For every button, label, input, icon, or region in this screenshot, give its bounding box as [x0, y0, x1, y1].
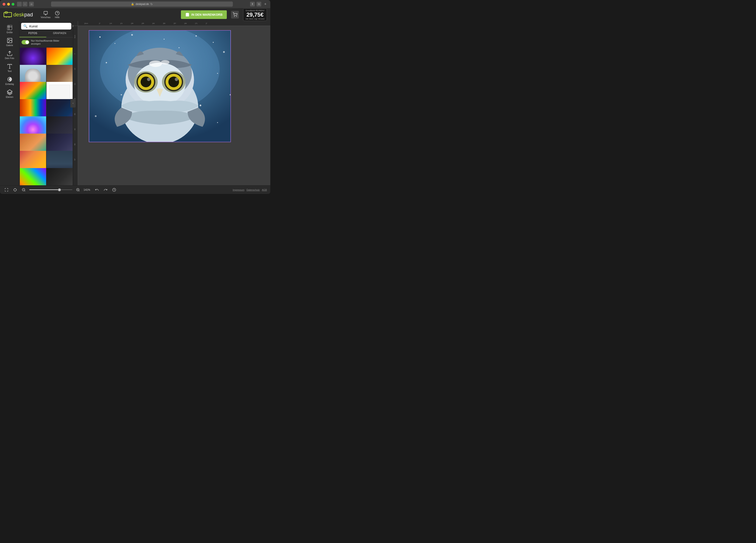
svg-point-69: [147, 78, 150, 81]
crosshair-button[interactable]: [12, 187, 18, 193]
svg-point-75: [161, 60, 170, 64]
svg-text:|28: |28: [131, 23, 133, 25]
url-text: deskpad.de: [135, 3, 149, 6]
svg-rect-5: [44, 11, 47, 14]
svg-point-76: [14, 188, 16, 191]
add-to-cart-button[interactable]: IN DEN WARENKORB: [181, 10, 227, 19]
back-button[interactable]: ‹: [17, 2, 22, 6]
search-panel: 🔍 ✕ FOTOS GRAFIKEN Nur Hochauflösende Bi…: [19, 21, 73, 185]
svg-text:7: 7: [74, 53, 76, 54]
sidebar-icons: Größe Galerie Dein Foto Text: [0, 21, 19, 185]
forward-button[interactable]: ›: [23, 2, 27, 6]
sidebar-item-galerie[interactable]: Galerie: [0, 36, 19, 48]
logo-text: deskpad: [13, 12, 33, 18]
svg-point-74: [149, 61, 162, 67]
zoom-thumb[interactable]: [58, 188, 61, 191]
history-button[interactable]: [111, 187, 117, 193]
svg-point-53: [121, 94, 122, 95]
search-icon: 🔍: [23, 24, 28, 28]
gallery-icon: [7, 37, 13, 43]
svg-point-48: [196, 35, 197, 37]
search-input[interactable]: [29, 24, 70, 28]
nav-help[interactable]: Hilfe: [55, 11, 60, 19]
fit-screen-button[interactable]: [3, 187, 9, 193]
sidebar-item-groesse[interactable]: Größe: [0, 23, 19, 35]
undo-button[interactable]: [94, 187, 100, 193]
svg-point-58: [95, 115, 96, 117]
svg-text:|71: |71: [195, 23, 198, 25]
svg-rect-10: [7, 25, 12, 30]
ruler-top: |0cm |7 |14 |21 |28 |35 |42 |50 |57 |64 …: [78, 21, 270, 26]
svg-text:|64: |64: [184, 23, 187, 25]
svg-text:|50: |50: [163, 23, 166, 25]
nav-preview[interactable]: Vorschau: [41, 11, 51, 19]
price-box: Grundpreis 85,00€/m² 29,75€ inkl. Mwst. …: [243, 8, 267, 21]
svg-point-50: [223, 51, 225, 53]
svg-text:|57: |57: [174, 23, 176, 25]
sidebar-item-ebenen[interactable]: Ebenen: [0, 87, 19, 100]
svg-line-87: [79, 190, 79, 191]
list-item[interactable]: [20, 168, 46, 185]
owl-svg: [89, 31, 230, 142]
impressum-link[interactable]: Impressum: [233, 188, 244, 191]
datenschutz-link[interactable]: Datenschutz: [247, 188, 260, 191]
search-tabs: FOTOS GRAFIKEN: [19, 30, 73, 37]
share-button[interactable]: ⬆: [250, 2, 255, 6]
svg-text:|21: |21: [120, 23, 123, 25]
logo: deskpad: [3, 11, 33, 18]
search-bar-wrapper: 🔍 ✕: [19, 21, 73, 30]
redo-button[interactable]: [103, 187, 109, 193]
plus-button[interactable]: +: [263, 2, 268, 6]
title-bar-actions: ⬆ ⧉ +: [250, 2, 268, 6]
zoom-in-button[interactable]: [75, 187, 81, 193]
lock-icon: 🔒: [131, 3, 134, 6]
price-note: inkl. Mwst. zzgl. Versand: [246, 18, 264, 20]
zoom-slider-container: [29, 189, 72, 190]
svg-text:|42: |42: [152, 23, 155, 25]
svg-text:0cm: 0cm: [74, 35, 76, 38]
tab-grafiken[interactable]: GRAFIKEN: [46, 30, 73, 37]
zoom-slider[interactable]: [29, 189, 72, 190]
browser-nav: ‹ › ⊟: [17, 2, 34, 6]
svg-text:14: 14: [74, 68, 76, 70]
resize-icon: [7, 25, 13, 31]
zoom-percentage: 141%: [84, 188, 91, 191]
app-header: deskpad Vorschau Hilfe IN DEN WARENKORB: [0, 8, 270, 21]
canvas-image-container[interactable]: [89, 30, 231, 142]
new-tab-button[interactable]: ⧉: [257, 2, 261, 6]
bottom-toolbar: 141% Impressum Datenschutz AGB: [0, 185, 270, 194]
tab-fotos[interactable]: FOTOS: [19, 30, 46, 37]
canvas-area: |0cm |7 |14 |21 |28 |35 |42 |50 |57 |64 …: [73, 21, 270, 185]
sidebar-item-dein-foto[interactable]: Dein Foto: [0, 49, 19, 61]
svg-point-49: [213, 42, 214, 43]
svg-text:|7: |7: [99, 23, 100, 25]
window-icon: ⊟: [29, 2, 34, 6]
close-button[interactable]: [3, 3, 5, 6]
url-bar[interactable]: 🔒 deskpad.de ↻: [51, 2, 233, 7]
header-nav: Vorschau Hilfe: [41, 11, 60, 19]
svg-text:|35: |35: [142, 23, 144, 25]
panel-collapse-button[interactable]: ‹: [70, 99, 76, 107]
sidebar-item-einfarbig[interactable]: Einfarbig: [0, 75, 19, 87]
zoom-out-button[interactable]: [21, 187, 27, 193]
minimize-button[interactable]: [7, 3, 10, 6]
svg-point-55: [179, 47, 179, 48]
list-item[interactable]: [47, 168, 73, 185]
zoom-fill: [29, 189, 59, 190]
cart-button[interactable]: [231, 11, 239, 19]
window-controls: [3, 3, 14, 6]
sidebar-item-text[interactable]: Text: [0, 62, 19, 74]
svg-text:|0cm: |0cm: [84, 23, 88, 25]
layers-icon: [7, 89, 13, 95]
ruler-corner: [73, 21, 78, 26]
svg-point-12: [8, 39, 9, 40]
color-icon: [7, 76, 13, 82]
resolution-toggle[interactable]: [22, 40, 29, 44]
svg-line-83: [24, 190, 25, 191]
agb-link[interactable]: AGB: [262, 188, 267, 191]
refresh-icon[interactable]: ↻: [150, 2, 153, 6]
maximize-button[interactable]: [12, 3, 14, 6]
text-icon: [7, 63, 13, 69]
svg-text:42: 42: [74, 128, 76, 130]
svg-text:50: 50: [74, 143, 76, 145]
